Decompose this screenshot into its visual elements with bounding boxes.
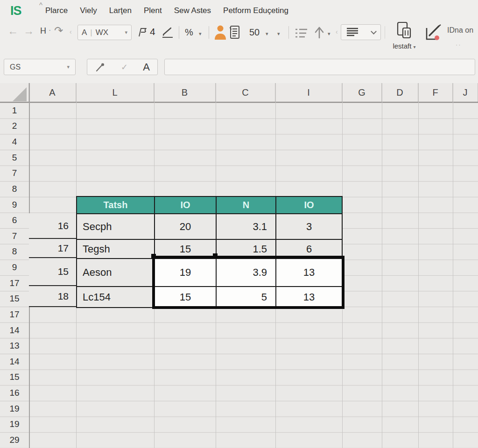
row-header[interactable]: 15: [0, 291, 29, 307]
column-header-J[interactable]: J: [453, 83, 478, 102]
check-icon[interactable]: ✓: [121, 62, 128, 72]
edit-pencil-icon[interactable]: [423, 22, 443, 42]
font-primary: A: [82, 28, 87, 37]
table-cell-name[interactable]: Secph: [77, 214, 155, 239]
back-icon[interactable]: ←: [7, 25, 18, 37]
gridline: [418, 83, 419, 448]
row-header[interactable]: 8: [0, 181, 29, 197]
row-header[interactable]: 4: [0, 134, 29, 150]
brush-icon[interactable]: [95, 62, 106, 72]
table-row: Secph203.13: [77, 214, 342, 239]
chevron-up-icon[interactable]: ^: [39, 1, 42, 9]
alignment-selector[interactable]: [341, 24, 381, 40]
list-icon[interactable]: [295, 28, 308, 39]
select-all-corner[interactable]: [0, 83, 29, 102]
table-cell-io1[interactable]: 19: [155, 259, 216, 287]
clipboard-icon[interactable]: [229, 25, 241, 40]
row-header[interactable]: 19: [0, 417, 29, 433]
paste-button[interactable]: lestaft ▾: [389, 21, 419, 50]
arrow-up-icon[interactable]: [314, 25, 325, 39]
table-cell-io2[interactable]: 6: [276, 239, 342, 259]
table-cell-io1[interactable]: 15: [155, 239, 216, 259]
name-box-value: GS: [10, 63, 21, 71]
column-header-C[interactable]: C: [216, 83, 275, 102]
row-header[interactable]: 13: [0, 338, 29, 354]
chevron-down-icon[interactable]: ▾: [328, 31, 330, 37]
table-cell-io2[interactable]: 13: [276, 259, 342, 287]
person-icon[interactable]: [214, 24, 227, 40]
font-secondary: WX: [96, 28, 108, 37]
table-header-cell[interactable]: N: [216, 196, 276, 214]
column-header-G[interactable]: G: [342, 83, 382, 102]
table-row: Tegsh151.56: [77, 239, 342, 259]
zoom-value[interactable]: 50: [249, 27, 260, 38]
table-cell-io1[interactable]: 20: [155, 214, 216, 239]
row-header[interactable]: 14: [0, 354, 29, 370]
pencil-underline-icon[interactable]: [161, 25, 175, 39]
row-header[interactable]: 19: [0, 401, 29, 417]
table-cell-n[interactable]: 5: [216, 287, 276, 308]
column-header-L[interactable]: L: [76, 83, 154, 102]
menu-item-3[interactable]: Larţen: [109, 6, 132, 15]
forward-icon[interactable]: →: [23, 25, 34, 37]
row-header[interactable]: 9: [0, 259, 29, 275]
formula-input[interactable]: [164, 59, 475, 75]
a-column-cell[interactable]: 16: [29, 213, 76, 239]
row-header[interactable]: 7: [0, 166, 29, 182]
account-label[interactable]: IDna on: [447, 26, 473, 35]
font-selector[interactable]: A | WX ▾: [77, 25, 132, 40]
table-cell-n[interactable]: 1.5: [216, 239, 276, 259]
menu-item-5[interactable]: Sew Astes: [174, 6, 211, 15]
a-column-cell[interactable]: 15: [29, 258, 76, 286]
table-cell-name[interactable]: Tegsh: [77, 239, 155, 259]
menu-items: PlarceVielyLarţenPlentSew AstesPetform E…: [45, 6, 288, 15]
row-header[interactable]: 17: [0, 275, 29, 291]
size-button[interactable]: 4: [150, 26, 155, 37]
chevron-down-icon[interactable]: ▾: [266, 31, 268, 37]
column-header-A[interactable]: A: [29, 83, 76, 102]
history-button[interactable]: H: [40, 26, 46, 36]
table-cell-io2[interactable]: 3: [276, 214, 342, 239]
redo-icon[interactable]: ↷: [54, 24, 63, 37]
table-header-cell[interactable]: IO: [276, 196, 342, 214]
column-header-B[interactable]: B: [154, 83, 216, 102]
menu-bar: IS ^ PlarceVielyLarţenPlentSew AstesPetf…: [0, 0, 478, 21]
separator: [385, 26, 385, 39]
percent-button[interactable]: %: [185, 27, 193, 38]
chevron-down-icon[interactable]: ▾: [277, 31, 280, 37]
table-cell-n[interactable]: 3.1: [216, 214, 276, 239]
row-header[interactable]: 5: [0, 150, 29, 166]
a-column-cell[interactable]: 18: [29, 286, 76, 307]
row-header[interactable]: 14: [0, 322, 29, 338]
table-cell-io1[interactable]: 15: [155, 287, 216, 308]
chevron-down-icon[interactable]: ▾: [199, 31, 202, 37]
menu-item-4[interactable]: Plent: [144, 6, 162, 15]
column-header-D[interactable]: D: [382, 83, 418, 102]
menu-item-1[interactable]: Plarce: [45, 6, 68, 15]
row-header[interactable]: 2: [0, 119, 29, 134]
table-cell-n[interactable]: 3.9: [216, 259, 276, 287]
table-cell-name[interactable]: Aeson: [77, 259, 155, 287]
row-header[interactable]: 1: [0, 103, 29, 119]
name-box[interactable]: GS ▾: [4, 59, 76, 75]
row-header[interactable]: 9: [0, 197, 29, 213]
table-header-cell[interactable]: Tatsh: [77, 196, 155, 214]
flag-icon[interactable]: [137, 27, 148, 38]
table-row: Lc15415513: [77, 287, 342, 308]
menu-item-2[interactable]: Viely: [80, 6, 97, 15]
table-cell-name[interactable]: Lc154: [77, 287, 155, 308]
table-cell-io2[interactable]: 13: [276, 287, 342, 308]
row-header[interactable]: 29: [0, 432, 29, 448]
font-button[interactable]: A: [143, 61, 150, 73]
row-header[interactable]: 17: [0, 307, 29, 322]
row-header[interactable]: 16: [0, 385, 29, 401]
row-header[interactable]: 7: [0, 228, 29, 244]
row-header[interactable]: 8: [0, 244, 29, 260]
column-header-F[interactable]: F: [418, 83, 453, 102]
menu-item-6[interactable]: Petform Eduçeting: [223, 6, 288, 15]
row-header[interactable]: 6: [0, 212, 29, 228]
row-header[interactable]: 15: [0, 370, 29, 385]
a-column-cell[interactable]: 17: [29, 239, 76, 258]
table-header-cell[interactable]: IO: [155, 196, 216, 214]
column-header-I[interactable]: I: [275, 83, 342, 102]
